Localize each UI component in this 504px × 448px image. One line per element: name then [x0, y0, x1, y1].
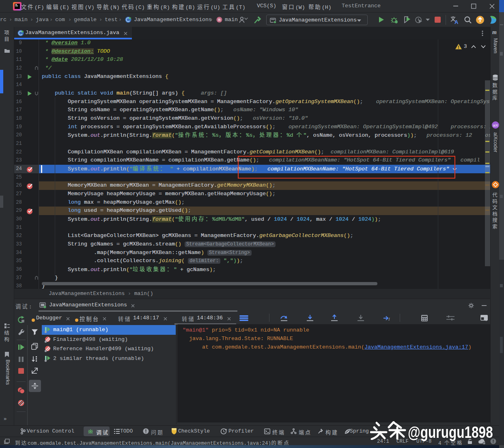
svg-text:A: A — [454, 19, 459, 24]
svg-text:aiX: aiX — [493, 123, 498, 127]
svg-text:m: m — [218, 18, 220, 22]
svg-text:I: I — [388, 317, 390, 321]
